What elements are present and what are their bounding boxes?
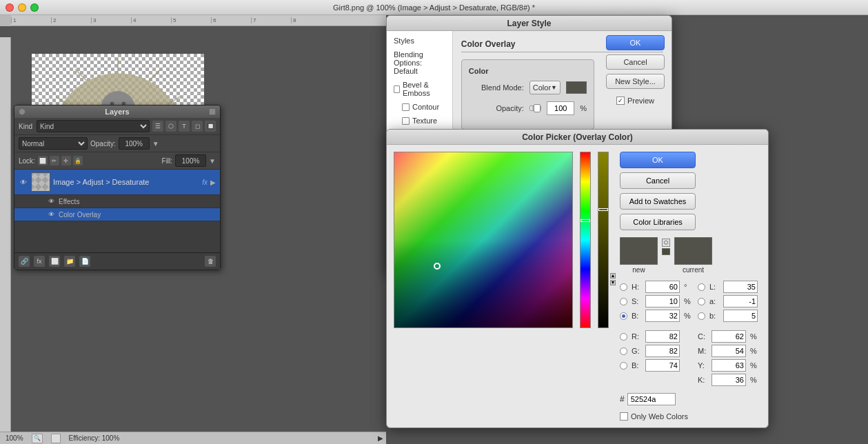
- ok-button[interactable]: OK: [606, 35, 665, 50]
- hue-strip[interactable]: [580, 152, 591, 328]
- add-mask-icon[interactable]: ⬜: [49, 256, 60, 267]
- new-swatch-stack: new: [620, 237, 658, 274]
- g-radio[interactable]: [620, 347, 627, 355]
- close-button[interactable]: [6, 3, 14, 12]
- b3-input[interactable]: [645, 359, 680, 372]
- brightness-thumb[interactable]: [598, 208, 608, 211]
- texture-checkbox[interactable]: [402, 117, 410, 125]
- color-picker-ok-button[interactable]: OK: [620, 152, 696, 168]
- k-unit: %: [750, 376, 757, 384]
- color-picker-cancel-button[interactable]: Cancel: [620, 172, 696, 189]
- minimize-button[interactable]: [18, 3, 26, 12]
- color-gradient-field[interactable]: [394, 152, 573, 328]
- color-selector-circle[interactable]: [434, 263, 441, 270]
- only-web-checkbox[interactable]: [620, 412, 628, 421]
- m-input[interactable]: [711, 345, 746, 357]
- blend-mode-select[interactable]: Normal: [19, 137, 88, 150]
- r-radio[interactable]: [620, 333, 627, 341]
- l-input[interactable]: [723, 281, 758, 293]
- effects-visibility-icon[interactable]: 👁: [46, 196, 56, 206]
- blend-mode-dropdown[interactable]: Color ▼: [529, 81, 561, 94]
- a-radio[interactable]: [698, 298, 705, 305]
- opacity-arrow[interactable]: ▼: [152, 140, 159, 148]
- s-radio[interactable]: [620, 298, 627, 305]
- efficiency-label: Efficiency: 100%: [69, 434, 120, 442]
- h-radio[interactable]: [620, 283, 627, 291]
- new-group-icon[interactable]: 📁: [64, 256, 75, 267]
- overlay-opacity-input[interactable]: [547, 101, 574, 115]
- shape-icon[interactable]: ◻: [192, 121, 203, 132]
- delete-layer-icon[interactable]: 🗑: [205, 256, 216, 267]
- a-input[interactable]: [723, 295, 758, 307]
- s-input[interactable]: [645, 295, 680, 307]
- b-input[interactable]: [645, 310, 680, 322]
- bevel-checkbox[interactable]: [394, 85, 400, 93]
- opacity-slider[interactable]: [529, 105, 541, 111]
- add-style-icon[interactable]: fx: [34, 256, 45, 267]
- color-overlay-visibility-icon[interactable]: 👁: [46, 210, 56, 219]
- scroll-right-button[interactable]: ▶: [378, 434, 383, 442]
- y-input[interactable]: [711, 359, 746, 372]
- color-overlay-effect[interactable]: 👁 Color Overlay: [14, 208, 220, 221]
- layer-expand-icon[interactable]: ▶: [210, 179, 216, 186]
- sidebar-item-contour[interactable]: Contour: [387, 100, 452, 114]
- title-bar: Girt8.png @ 100% (Image > Adjust > Desat…: [0, 0, 868, 15]
- l-radio[interactable]: [698, 283, 705, 291]
- horizontal-ruler: 1 2 3 4 5 6 7 8: [0, 15, 386, 26]
- b2-input[interactable]: [723, 310, 758, 322]
- lock-all-icon[interactable]: 🔒: [73, 156, 83, 165]
- sidebar-item-blending[interactable]: Blending Options: Default: [387, 48, 452, 78]
- kind-select[interactable]: Kind: [37, 120, 150, 132]
- cancel-button[interactable]: Cancel: [606, 54, 665, 70]
- lock-position-icon[interactable]: ✛: [61, 156, 71, 165]
- preview-checkbox[interactable]: [616, 97, 625, 105]
- h-input[interactable]: [645, 281, 680, 293]
- opacity-slider-thumb[interactable]: [534, 104, 541, 112]
- r-input[interactable]: [645, 330, 680, 343]
- k-input[interactable]: [711, 374, 746, 386]
- g-input[interactable]: [645, 345, 680, 357]
- b-radio[interactable]: [620, 312, 627, 320]
- pixel-icon[interactable]: ☰: [152, 121, 163, 132]
- fill-input[interactable]: [175, 154, 206, 167]
- brightness-strip[interactable]: [598, 152, 609, 328]
- zoom-icon[interactable]: 🔍: [32, 434, 43, 443]
- fill-arrow[interactable]: ▼: [209, 157, 216, 165]
- sidebar-item-styles[interactable]: Styles: [387, 34, 452, 48]
- nav-down-arrow[interactable]: ▼: [610, 280, 616, 285]
- s-field-row: S: %: [620, 295, 691, 307]
- lock-image-icon[interactable]: ✏: [50, 156, 59, 165]
- layer-visibility-icon[interactable]: 👁: [19, 177, 28, 187]
- color-libraries-button[interactable]: Color Libraries: [620, 214, 696, 230]
- layer-item[interactable]: 👁 Image > Adjust > Desaturate fx ▶: [14, 170, 220, 195]
- hue-thumb[interactable]: [581, 219, 590, 222]
- sidebar-item-texture[interactable]: Texture: [387, 114, 452, 128]
- sidebar-item-bevel[interactable]: Bevel & Emboss: [387, 78, 452, 100]
- layers-expand-button[interactable]: [209, 108, 216, 115]
- status-icon[interactable]: [51, 434, 61, 443]
- b2-radio[interactable]: [698, 312, 705, 320]
- b2-field-row: b:: [698, 310, 758, 322]
- contour-checkbox[interactable]: [402, 103, 410, 111]
- y-label: Y:: [698, 361, 707, 370]
- new-style-button[interactable]: New Style...: [606, 74, 665, 89]
- new-layer-icon[interactable]: 📄: [79, 256, 90, 267]
- link-layers-icon[interactable]: 🔗: [19, 256, 30, 267]
- type-icon[interactable]: T: [179, 121, 190, 132]
- nav-up-arrow[interactable]: ▲: [610, 273, 616, 279]
- opacity-input[interactable]: [119, 137, 150, 150]
- add-to-swatches-button[interactable]: Add to Swatches: [620, 193, 696, 210]
- preview-toggle[interactable]: Preview: [606, 93, 665, 108]
- svg-line-5: [75, 70, 87, 81]
- adjustment-icon[interactable]: ⬡: [165, 121, 176, 132]
- hex-input[interactable]: [627, 393, 676, 405]
- smart-icon[interactable]: 🔲: [205, 121, 216, 132]
- color-swatch[interactable]: [566, 81, 587, 94]
- layers-close-button[interactable]: [19, 108, 26, 115]
- ruler-tick: 8: [291, 17, 331, 23]
- c-input[interactable]: [711, 330, 746, 343]
- maximize-button[interactable]: [30, 3, 39, 12]
- b3-radio[interactable]: [620, 362, 627, 370]
- layer-name: Image > Adjust > Desaturate: [53, 178, 199, 186]
- lock-transparent-icon[interactable]: ⬜: [38, 156, 48, 165]
